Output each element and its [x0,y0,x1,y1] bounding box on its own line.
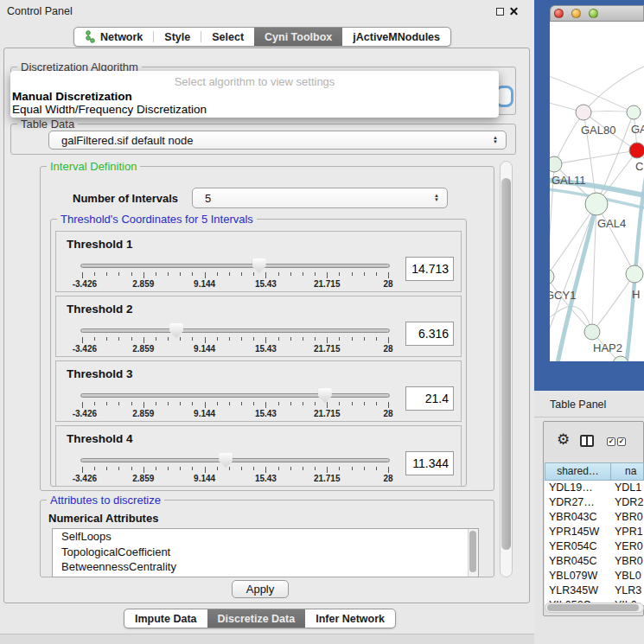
cell-shared-name: YER054C [545,539,611,554]
slider-tick [339,467,340,470]
threshold-value-field[interactable]: 6.316 [405,322,454,346]
slider-tick [143,272,144,278]
slider-tick [229,337,230,341]
column-header-shared-name[interactable]: shared… [545,462,611,481]
table-row[interactable]: YBR045CYBR0 [545,554,644,569]
slider-tick [339,402,340,405]
algorithm-option[interactable]: Manual Discretization [12,90,132,103]
slider-tick [388,402,389,408]
slider-tick [143,402,144,408]
tab-label: jActiveMNodules [353,31,440,43]
table-data-select[interactable]: galFiltered.sif default node ▲▼ [48,131,507,150]
slider-tick [364,402,365,405]
popup-hint: Select algorithm to view settings [10,75,499,88]
threshold-slider-track[interactable] [80,458,390,462]
network-node[interactable] [629,143,644,158]
slider-tick [180,272,181,276]
window-close-icon[interactable] [554,9,564,18]
gear-icon[interactable]: ⚙ [557,430,570,449]
threshold-slider-thumb[interactable] [169,323,183,338]
slider-tick [229,467,230,470]
threshold-label: Threshold 3 [67,367,133,380]
slider-tick [106,337,107,341]
network-node[interactable] [550,156,562,172]
tab-select[interactable]: Select [201,28,254,46]
network-node[interactable] [550,269,554,284]
threshold-slider-thumb[interactable] [318,388,332,403]
tab-infer-network[interactable]: Infer Network [305,609,395,628]
attribute-list-item[interactable]: BetweennessCentrality [53,559,478,575]
table-row[interactable]: YPR145WYPR1 [545,525,644,539]
cell-shared-name: YBR043C [545,510,611,525]
slider-tick [82,402,83,408]
float-panel-icon[interactable] [496,8,504,16]
cell-name: YER0 [611,539,644,554]
slider-tick [376,272,377,276]
tab-discretize-data[interactable]: Discretize Data [207,609,306,628]
slider-tick [168,337,169,341]
slider-tick [118,402,119,405]
table-row[interactable]: YLR345WYLR3 [545,583,644,598]
network-node[interactable] [576,105,591,120]
threshold-slider-thumb[interactable] [219,453,233,468]
tab-impute-data[interactable]: Impute Data [124,609,207,628]
slider-tick-label: 9.144 [194,409,215,418]
network-edge [554,112,583,164]
columns-icon[interactable] [580,435,594,447]
tab-style[interactable]: Style [154,28,201,46]
threshold-slider-track[interactable] [80,393,390,398]
close-icon[interactable] [508,5,520,16]
slider-tick-label: 2.859 [132,409,154,418]
slider-tick [168,402,169,405]
threshold-slider-track[interactable] [80,264,390,268]
slider-tick [118,272,119,276]
slider-tick [315,402,316,405]
network-node-label: H [632,288,640,301]
network-edge [554,150,637,164]
network-node[interactable] [627,105,641,119]
table-row[interactable]: YBR043CYBR0 [545,510,644,525]
slider-tick-label: -3.426 [73,344,97,354]
table-row[interactable]: YBL079WYBL0 [545,569,644,583]
window-minimize-icon[interactable] [571,9,581,18]
threshold-value-field[interactable]: 11.344 [405,451,454,475]
tab-cyni-toolbox[interactable]: Cyni Toolbox [254,28,342,46]
threshold-value-field[interactable]: 21.4 [405,386,454,411]
apply-button[interactable]: Apply [232,580,289,598]
slider-tick-label: 9.144 [194,279,215,289]
table-row[interactable]: YDL19…YDL1 [545,481,644,495]
network-node[interactable] [584,324,600,340]
window-zoom-icon[interactable] [589,9,598,18]
threshold-slider-thumb[interactable] [252,258,266,273]
checkbox-icon[interactable]: ✓ [617,437,626,446]
slider-tick [192,272,193,276]
slider-tick [205,402,206,408]
threshold-slider-track[interactable] [80,328,390,333]
checkbox-icon[interactable]: ✓ [607,437,615,446]
slider-tick [156,272,156,276]
tab-network[interactable]: Network [74,28,153,46]
slider-tick [168,467,169,470]
network-canvas[interactable]: GAL80GACGAL11GAL4GCY1HHAP2 [550,22,644,361]
number-of-intervals-value: 5 [205,192,211,205]
table-row[interactable]: YDR27…YDR2 [545,495,644,510]
threshold-panel: Threshold 1-3.4262.8599.14415.4321.71528… [55,231,462,292]
settings-scrollbar-thumb[interactable] [501,178,511,550]
attributes-list-scrollbar-thumb[interactable] [469,531,476,572]
number-of-intervals-select[interactable]: 5 ▲▼ [192,188,448,208]
numerical-attributes-list[interactable]: SelfLoopsTopologicalCoefficientBetweenne… [52,528,479,577]
slider-tick-label: 15.43 [255,409,277,418]
threshold-value-field[interactable]: 14.713 [405,257,454,281]
attribute-list-item[interactable]: SelfLoops [53,529,478,545]
slider-tick-label: 28 [383,279,392,289]
attribute-list-item[interactable]: TopologicalCoefficient [53,545,478,560]
algorithm-option[interactable]: Equal Width/Frequency Discretization [12,103,207,116]
table-row[interactable]: YER054CYER0 [545,539,644,554]
tab-jactivemnodules[interactable]: jActiveMNodules [342,28,450,46]
network-node[interactable] [585,193,608,215]
spinner-arrows-icon: ▲▼ [434,194,439,202]
network-node[interactable] [626,265,643,283]
table-body[interactable]: YDL19…YDL1YDR27…YDR2YBR043CYBR0YPR145WYP… [545,481,644,605]
table-horizontal-scrollbar-thumb[interactable] [547,604,639,611]
column-header-name[interactable]: na [611,462,644,481]
